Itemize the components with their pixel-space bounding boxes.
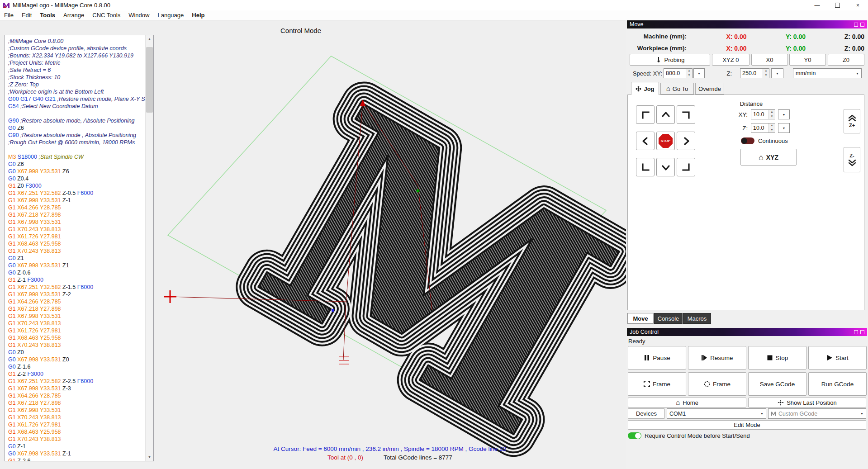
jog-down-button[interactable] (656, 158, 675, 176)
gcode-line[interactable]: G0 X67.998 Y33.531 Z0 (8, 356, 145, 363)
gcode-line[interactable]: G1 X67.998 Y33.531 Z-2 (8, 291, 145, 298)
jog-up-button[interactable] (656, 105, 675, 124)
pause-button[interactable]: Pause (628, 346, 686, 370)
gcode-line[interactable]: G1 X61.726 Y27.981 (8, 327, 145, 334)
gcode-line[interactable]: G0 Z-0.6 (8, 269, 145, 276)
gcode-line[interactable]: G1 X67.251 Y32.582 Z-0.5 F6000 (8, 189, 145, 197)
spin-down-icon[interactable]: ▼ (686, 73, 692, 78)
scrollbar-thumb[interactable] (146, 47, 153, 113)
spin-up-icon[interactable]: ▲ (686, 69, 692, 73)
menu-cnc-tools[interactable]: CNC Tools (88, 10, 124, 20)
gcode-line[interactable] (8, 110, 145, 117)
gcode-line[interactable]: ;Stock Thickness: 10 (8, 74, 145, 81)
distance-xy-input[interactable] (751, 110, 768, 119)
tab-move[interactable]: Move (627, 313, 654, 324)
y-zero-button[interactable]: Y0 (789, 54, 826, 66)
show-last-position-button[interactable]: Show Last Position (748, 398, 866, 407)
tab-macros[interactable]: Macros (683, 313, 711, 324)
gcode-line[interactable]: ;Workpiece origin is at the Bottom Left (8, 88, 145, 95)
gcode-line[interactable]: G0 Z0 (8, 349, 145, 356)
jog-up-right-button[interactable] (677, 105, 695, 124)
require-control-mode-toggle[interactable] (628, 432, 641, 439)
x-zero-button[interactable]: X0 (751, 54, 788, 66)
gcode-line[interactable]: G0 Z-1 (8, 443, 145, 450)
z-zero-button[interactable]: Z0 (828, 54, 864, 66)
gcode-line[interactable]: G1 X64.266 Y28.785 (8, 298, 145, 305)
speed-z-input[interactable] (740, 69, 763, 78)
gcode-line[interactable]: ;Safe Retract = 6 (8, 66, 145, 74)
gcode-line[interactable]: G0 X67.998 Y33.531 Z6 (8, 168, 145, 175)
gcode-line[interactable]: ;Rough Out Pocket @ 6000 mm/min, 18000 R… (8, 139, 145, 146)
xyz-home-button[interactable]: ⌂ XYZ (740, 149, 797, 166)
close-button[interactable]: × (848, 0, 868, 10)
gcode-line[interactable]: G1 Z0 F3000 (8, 182, 145, 189)
run-gcode-button[interactable]: Run GCode (808, 372, 867, 396)
gcode-line[interactable]: G1 X70.243 Y38.813 (8, 414, 145, 421)
gcode-line[interactable]: G0 X67.998 Y33.531 Z-1 (8, 450, 145, 457)
gcode-line[interactable]: G1 X70.243 Y38.813 (8, 436, 145, 443)
toolpath-viewport[interactable]: M M M M M M M M M M M M M (154, 20, 626, 469)
devices-button[interactable]: Devices (628, 408, 665, 419)
jog-up-left-button[interactable] (636, 105, 655, 124)
menu-help[interactable]: Help (188, 10, 209, 20)
jog-right-button[interactable] (677, 132, 695, 150)
maximize-button[interactable] (827, 0, 848, 10)
gcode-line[interactable]: G1 X67.251 Y32.582 Z-2.5 F6000 (8, 378, 145, 385)
gcode-line[interactable]: G54 ;Select New Coordinate Datum (8, 103, 145, 110)
gcode-line[interactable]: G1 X67.218 Y27.898 (8, 211, 145, 218)
frame-rect-button[interactable]: Frame (628, 372, 686, 396)
frame-circle-button[interactable]: Frame (688, 372, 746, 396)
gcode-line[interactable]: G00 G17 G40 G21 ;Restore metric mode, Pl… (8, 95, 145, 103)
jog-down-right-button[interactable] (677, 158, 695, 176)
tab-console[interactable]: Console (654, 313, 683, 324)
gcode-line[interactable]: G1 X67.251 Y32.582 Z-1.5 F6000 (8, 284, 145, 291)
gcode-line[interactable]: G1 X67.998 Y33.531 Z-1 (8, 197, 145, 204)
gcode-line[interactable]: G1 Z-1 F3000 (8, 276, 145, 284)
scroll-up-icon[interactable]: ▲ (146, 35, 153, 43)
spin-down-icon[interactable]: ▼ (769, 128, 775, 133)
xyz-zero-button[interactable]: XYZ 0 (712, 54, 749, 66)
distance-z-input[interactable] (751, 123, 768, 133)
panel-collapse-icon[interactable] (860, 23, 864, 27)
distance-xy-dropdown[interactable]: ▼ (778, 109, 790, 119)
gcode-line[interactable]: G0 Z0.4 (8, 175, 145, 182)
gcode-line[interactable]: G1 X61.726 Y27.981 (8, 233, 145, 240)
gcode-line[interactable]: G0 Z-1.6 (8, 363, 145, 370)
gcode-line[interactable]: G0 Z1 (8, 255, 145, 262)
gcode-line[interactable]: G0 X67.998 Y33.531 Z1 (8, 262, 145, 269)
gcode-line[interactable]: G1 X68.463 Y25.958 (8, 428, 145, 436)
gcode-line[interactable]: G1 X67.998 Y33.531 (8, 218, 145, 226)
gcode-line[interactable]: ;Custom GCode device profile, absolute c… (8, 45, 145, 52)
speed-z-dropdown[interactable]: ▼ (771, 68, 783, 78)
gcode-line[interactable] (8, 146, 145, 153)
z-down-button[interactable]: Z- (844, 147, 860, 172)
gcode-line[interactable]: G1 X67.218 Y27.898 (8, 399, 145, 407)
edit-mode-button[interactable]: Edit Mode (628, 420, 866, 430)
home-button[interactable]: ⌂ Home (628, 398, 746, 407)
gcode-line[interactable]: G1 X67.218 Y27.898 (8, 305, 145, 313)
resume-button[interactable]: Resume (688, 346, 746, 370)
spin-up-icon[interactable]: ▲ (769, 110, 775, 114)
continuous-toggle[interactable] (741, 137, 754, 144)
gcode-line[interactable]: G90 ;Restore absolute mode, Absolute Pos… (8, 117, 145, 124)
menu-arrange[interactable]: Arrange (59, 10, 88, 20)
gcode-line[interactable]: ;Project Units: Metric (8, 59, 145, 66)
z-up-button[interactable]: Z+ (844, 109, 860, 133)
gcode-line[interactable]: G1 X64.266 Y28.785 (8, 204, 145, 211)
save-gcode-button[interactable]: Save GCode (748, 372, 806, 396)
gcode-line[interactable]: G1 X70.243 Y38.813 (8, 247, 145, 255)
panel-pin-icon[interactable] (854, 23, 858, 27)
tab-override[interactable]: Override (695, 83, 724, 95)
menu-file[interactable]: File (0, 10, 18, 20)
spin-up-icon[interactable]: ▲ (769, 123, 775, 128)
menu-tools[interactable]: Tools (36, 10, 59, 20)
gcode-editor-panel[interactable]: ;MillMage Core 0.8.00;Custom GCode devic… (5, 35, 154, 461)
gcode-line[interactable]: G90 ;Restore absolute mode , Absolute Po… (8, 132, 145, 139)
gcode-line[interactable]: M3 S18000 ;Start Spindle CW (8, 153, 145, 161)
spin-up-icon[interactable]: ▲ (763, 69, 769, 73)
scroll-down-icon[interactable]: ▼ (146, 453, 153, 461)
menu-language[interactable]: Language (153, 10, 188, 20)
com-port-combobox[interactable]: COM1▼ (667, 408, 766, 419)
gcode-line[interactable]: G1 X70.243 Y38.813 (8, 341, 145, 349)
gcode-line[interactable]: G1 X67.998 Y33.531 Z-3 (8, 385, 145, 392)
